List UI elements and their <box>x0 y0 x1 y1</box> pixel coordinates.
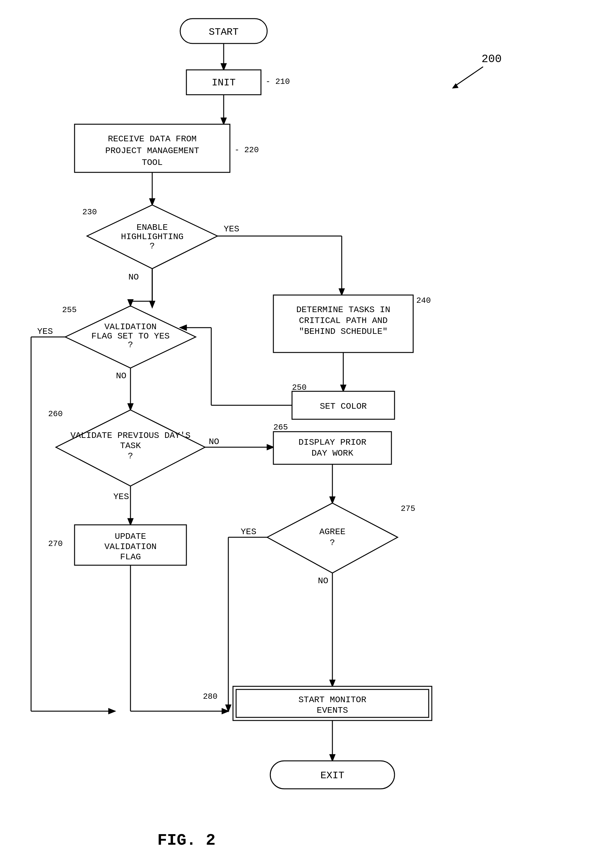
arrowhead-setcolor-join <box>180 325 186 330</box>
arrowhead-receive-enable <box>150 199 155 205</box>
yes-label-validate: YES <box>113 492 129 502</box>
no-label-validate: NO <box>209 437 219 447</box>
yes-label-enable: YES <box>223 224 239 234</box>
ref-210: - 210 <box>266 77 290 86</box>
determine-label-1: DETERMINE TASKS IN <box>296 305 390 314</box>
arrowhead-agree-no <box>330 680 335 686</box>
agree-label-2: ? <box>330 538 335 548</box>
validate-prev-label-1: VALIDATE PREVIOUS DAY'S <box>71 431 191 440</box>
flowchart-diagram: START INIT - 210 RECEIVE DATA FROM PROJE… <box>0 0 589 868</box>
no-label-validation: NO <box>116 371 126 381</box>
monitor-label-2: EVENTS <box>317 706 348 715</box>
enable-label-1: ENABLE <box>137 223 168 232</box>
update-label-2: VALIDATION <box>104 542 157 552</box>
arrowhead-determine-setcolor <box>341 385 346 391</box>
arrowhead-validate-yes <box>128 519 133 525</box>
determine-label-3: "BEHIND SCHEDULE" <box>299 327 388 336</box>
validate-prev-label-3: ? <box>128 451 133 461</box>
no-label-agree: NO <box>318 576 329 586</box>
display-prior-label-1: DISPLAY PRIOR <box>299 438 367 447</box>
update-label-1: UPDATE <box>115 532 147 541</box>
receive-data-label-2: PROJECT MANAGEMENT <box>105 146 199 156</box>
validation-label-2: FLAG SET TO YES <box>91 331 170 341</box>
ref-240: 240 <box>416 296 431 305</box>
ref-255: 255 <box>62 305 77 314</box>
exit-label: EXIT <box>321 770 345 781</box>
set-color-label: SET COLOR <box>320 402 367 411</box>
arrowhead-display-agree <box>330 497 335 503</box>
receive-data-label-1: RECEIVE DATA FROM <box>108 134 197 144</box>
arrowhead-validation-no <box>128 404 133 410</box>
enable-label-2: HIGHLIGHTING <box>121 232 184 242</box>
monitor-label-1: START MONITOR <box>299 695 367 705</box>
diagram-num-arrow <box>454 67 483 87</box>
yes-label-validation: YES <box>37 327 53 336</box>
display-prior-label-2: DAY WORK <box>312 449 354 458</box>
validate-prev-label-2: TASK <box>120 441 141 450</box>
ref-280: 280 <box>203 692 218 701</box>
display-prior-shape <box>273 432 391 464</box>
arrowhead-start-init <box>221 63 226 70</box>
ref-265: 265 <box>273 423 288 432</box>
ref-270: 270 <box>48 539 63 548</box>
diagram-number: 200 <box>481 53 502 65</box>
arrowhead-enable-no-final <box>128 300 133 306</box>
arrowhead-init-receive <box>221 118 226 124</box>
yes-label-agree: YES <box>241 527 256 537</box>
no-label-enable: NO <box>128 272 139 282</box>
start-label: START <box>209 27 238 38</box>
arrowhead-monitor-exit <box>330 755 335 761</box>
arrowhead-enable-no <box>150 301 155 307</box>
init-label: INIT <box>212 77 236 89</box>
ref-250: 250 <box>292 383 306 392</box>
determine-label-2: CRITICAL PATH AND <box>299 316 388 325</box>
arrowhead-validation-yes <box>109 709 115 714</box>
receive-data-label-3: TOOL <box>142 158 163 167</box>
ref-275: 275 <box>401 504 415 513</box>
ref-230: 230 <box>82 207 97 217</box>
fig-label: FIG. 2 <box>157 831 215 850</box>
arrowhead-validate-no <box>267 445 273 450</box>
enable-label-3: ? <box>150 241 155 251</box>
validation-label-1: VALIDATION <box>104 322 157 332</box>
ref-260: 260 <box>48 409 63 419</box>
agree-label-1: AGREE <box>319 527 345 537</box>
arrowhead-enable-yes <box>339 289 344 295</box>
validation-label-3: ? <box>128 340 133 350</box>
ref-220: - 220 <box>235 145 259 155</box>
update-label-3: FLAG <box>120 552 141 562</box>
